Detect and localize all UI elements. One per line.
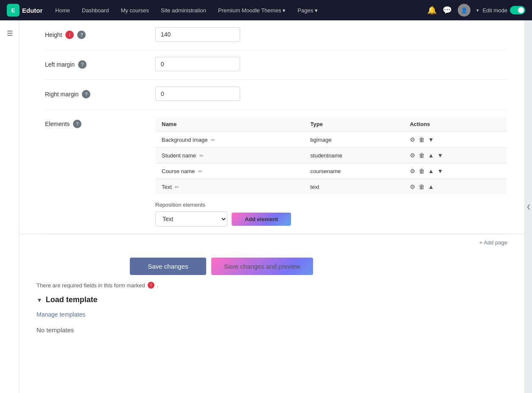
edit-name-icon[interactable]: ✏ xyxy=(211,137,215,143)
delete-icon[interactable]: 🗑 xyxy=(419,183,425,190)
edit-mode-label: Edit mode xyxy=(482,7,507,14)
col-name: Name xyxy=(156,117,305,132)
nav-dashboard[interactable]: Dashboard xyxy=(78,7,113,14)
elements-control: Name Type Actions Background image ✏ bgi… xyxy=(155,116,507,227)
height-error-icon: ! xyxy=(65,31,74,39)
move-down-icon[interactable]: ▼ xyxy=(428,136,434,143)
edit-mode-toggle[interactable]: Edit mode xyxy=(482,6,525,14)
sidebar-right-arrow-icon: ❮ xyxy=(526,204,531,210)
element-type-cell: coursename xyxy=(305,163,404,179)
element-name-cell: Course name ✏ xyxy=(156,163,305,179)
move-up-icon[interactable]: ▲ xyxy=(428,152,434,159)
right-margin-row: Right margin ? xyxy=(45,80,507,109)
reposition-label: Reposition elements xyxy=(155,202,507,208)
required-notice-text: There are required fields in this form m… xyxy=(36,282,145,289)
elements-row: Elements ? Name Type Actions xyxy=(45,109,507,234)
reposition-row: TextBackground imageStudent nameCourse n… xyxy=(155,211,507,227)
height-input[interactable] xyxy=(155,27,240,42)
nav-icons: 🔔 💬 👤 ▾ xyxy=(427,4,479,17)
element-name: Course name xyxy=(162,168,195,174)
nav-pages[interactable]: Pages xyxy=(293,7,322,14)
delete-icon[interactable]: 🗑 xyxy=(419,136,425,143)
col-type: Type xyxy=(305,117,404,132)
element-actions-cell: ⚙ 🗑 ▲ ▼ xyxy=(404,163,507,179)
user-menu-chevron[interactable]: ▾ xyxy=(476,8,479,13)
required-icon: ! xyxy=(148,282,154,289)
element-name: Text xyxy=(162,184,172,190)
add-page-button[interactable]: + Add page xyxy=(479,239,507,246)
logo-icon: E xyxy=(7,4,20,17)
element-type-cell: studentname xyxy=(305,148,404,163)
edit-mode-switch[interactable] xyxy=(510,6,525,14)
element-type-cell: bgimage xyxy=(305,132,404,148)
add-element-button[interactable]: Add element xyxy=(232,213,291,226)
sidebar-right[interactable]: ❮ xyxy=(524,20,532,393)
right-margin-control xyxy=(155,87,507,101)
element-name: Student name xyxy=(162,152,196,159)
top-navigation: E Edutor Home Dashboard My courses Site … xyxy=(0,0,532,20)
form-section: Height ! ? Left margin ? xyxy=(20,20,524,234)
settings-icon[interactable]: ⚙ xyxy=(410,168,415,174)
messages-icon[interactable]: 💬 xyxy=(442,6,452,15)
nav-premium-themes[interactable]: Premium Moodle Themes xyxy=(214,7,290,14)
logo[interactable]: E Edutor xyxy=(7,4,42,17)
right-margin-input[interactable] xyxy=(155,87,240,101)
save-button[interactable]: Save changes xyxy=(130,258,206,275)
move-up-icon[interactable]: ▲ xyxy=(428,168,434,174)
element-actions-cell: ⚙ 🗑 ▼ xyxy=(404,132,507,148)
move-up-icon[interactable]: ▲ xyxy=(428,183,434,190)
height-row: Height ! ? xyxy=(45,20,507,50)
element-type-cell: text xyxy=(305,179,404,195)
col-actions: Actions xyxy=(404,117,507,132)
nav-home[interactable]: Home xyxy=(51,7,74,14)
height-help-icon[interactable]: ? xyxy=(77,31,86,39)
elements-table: Name Type Actions Background image ✏ bgi… xyxy=(155,116,507,195)
delete-icon[interactable]: 🗑 xyxy=(419,168,425,174)
edit-name-icon[interactable]: ✏ xyxy=(175,184,179,190)
settings-icon[interactable]: ⚙ xyxy=(410,152,415,159)
collapse-icon: ▼ xyxy=(36,297,42,303)
elements-label-wrap: Elements ? xyxy=(45,116,155,128)
left-margin-row: Left margin ? xyxy=(45,50,507,80)
load-template-title: Load template xyxy=(46,295,98,304)
move-down-icon[interactable]: ▼ xyxy=(437,168,443,174)
nav-site-admin[interactable]: Site administration xyxy=(157,7,210,14)
no-templates-text: No templates xyxy=(36,323,507,337)
nav-my-courses[interactable]: My courses xyxy=(117,7,153,14)
left-margin-control xyxy=(155,57,507,71)
element-type-select[interactable]: TextBackground imageStudent nameCourse n… xyxy=(155,211,227,227)
left-margin-input[interactable] xyxy=(155,57,240,71)
element-name-cell: Text ✏ xyxy=(156,179,305,195)
notifications-icon[interactable]: 🔔 xyxy=(427,6,437,15)
height-label: Height xyxy=(45,31,62,38)
element-name-cell: Background image ✏ xyxy=(156,132,305,148)
user-avatar[interactable]: 👤 xyxy=(458,4,470,17)
left-margin-label: Left margin xyxy=(45,61,75,68)
edit-name-icon[interactable]: ✏ xyxy=(199,153,204,159)
manage-templates-link[interactable]: Manage templates xyxy=(36,311,507,318)
left-margin-label-wrap: Left margin ? xyxy=(45,57,155,69)
save-preview-button[interactable]: Save changes and preview xyxy=(211,258,313,275)
right-margin-label-wrap: Right margin ? xyxy=(45,87,155,98)
element-name: Background image xyxy=(162,137,207,143)
save-buttons-row: Save changes Save changes and preview xyxy=(20,251,524,278)
right-margin-help-icon[interactable]: ? xyxy=(82,90,90,98)
load-template-header[interactable]: ▼ Load template xyxy=(36,295,507,304)
height-label-wrap: Height ! ? xyxy=(45,27,155,39)
elements-help-icon[interactable]: ? xyxy=(73,120,81,128)
settings-icon[interactable]: ⚙ xyxy=(410,183,415,190)
sidebar-left: ☰ xyxy=(0,20,20,393)
settings-icon[interactable]: ⚙ xyxy=(410,136,415,143)
move-down-icon[interactable]: ▼ xyxy=(437,152,443,159)
left-margin-help-icon[interactable]: ? xyxy=(78,60,87,69)
right-margin-label: Right margin xyxy=(45,91,78,98)
element-actions-cell: ⚙ 🗑 ▲ xyxy=(404,179,507,195)
edit-name-icon[interactable]: ✏ xyxy=(198,168,202,174)
logo-text: Edutor xyxy=(22,7,42,14)
height-control xyxy=(155,27,507,42)
delete-icon[interactable]: 🗑 xyxy=(419,152,425,159)
main-content: Height ! ? Left margin ? xyxy=(20,20,524,393)
table-row: Student name ✏ studentname ⚙ 🗑 ▲ ▼ xyxy=(156,148,507,163)
element-actions-cell: ⚙ 🗑 ▲ ▼ xyxy=(404,148,507,163)
sidebar-menu-icon[interactable]: ☰ xyxy=(2,25,17,41)
